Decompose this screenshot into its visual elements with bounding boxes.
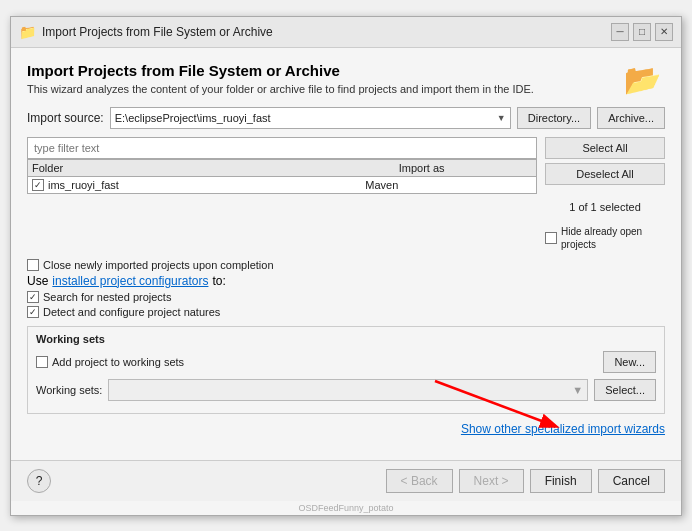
options-area: Close newly imported projects upon compl… [27,259,665,318]
table-header: Folder Import as [28,160,536,177]
show-link-area: Show other specialized import wizards [27,422,665,436]
back-button[interactable]: < Back [386,469,453,493]
import-as-column-header: Import as [399,162,532,174]
working-sets-combo[interactable]: ▼ [108,379,588,401]
close-on-completion-label[interactable]: Close newly imported projects upon compl… [27,259,274,271]
selection-status: 1 of 1 selected [545,201,665,213]
title-icon: 📁 [19,24,36,40]
add-to-working-sets-checkbox[interactable] [36,356,48,368]
search-nested-checkbox[interactable] [27,291,39,303]
working-sets-group: Working sets Add project to working sets… [27,326,665,414]
working-sets-combo-arrow: ▼ [572,384,583,396]
directory-button[interactable]: Directory... [517,107,591,129]
detect-natures-checkbox[interactable] [27,306,39,318]
close-on-completion-checkbox[interactable] [27,259,39,271]
show-wizards-link[interactable]: Show other specialized import wizards [461,422,665,436]
close-button[interactable]: ✕ [655,23,673,41]
combo-arrow-icon: ▼ [497,113,506,123]
watermark: OSDFeedFunny_potato [11,501,681,515]
working-sets-label: Working sets: [36,384,102,396]
search-nested-label[interactable]: Search for nested projects [27,291,171,303]
help-button[interactable]: ? [27,469,51,493]
table-row[interactable]: ims_ruoyi_fast Maven [28,177,536,193]
main-window: 📁 Import Projects from File System or Ar… [10,16,682,516]
configurators-link[interactable]: installed project configurators [52,274,208,288]
import-source-combo[interactable]: E:\eclipseProject\ims_ruoyi_fast ▼ [110,107,511,129]
select-working-set-button[interactable]: Select... [594,379,656,401]
next-button[interactable]: Next > [459,469,524,493]
add-to-working-sets-text: Add project to working sets [52,356,184,368]
minimize-button[interactable]: ─ [611,23,629,41]
configurators-row: Use installed project configurators to: [27,274,665,288]
import-source-value: E:\eclipseProject\ims_ruoyi_fast [115,112,271,124]
add-to-working-sets-row: Add project to working sets New... [36,351,656,373]
hide-open-projects-label[interactable]: Hide already open projects [545,225,665,251]
use-configurators-text: Use [27,274,48,288]
new-working-set-button[interactable]: New... [603,351,656,373]
page-title: Import Projects from File System or Arch… [27,62,665,79]
archive-button[interactable]: Archive... [597,107,665,129]
cancel-button[interactable]: Cancel [598,469,665,493]
working-sets-input-row: Working sets: ▼ Select... [36,379,656,401]
detect-natures-row: Detect and configure project natures [27,306,665,318]
title-bar: 📁 Import Projects from File System or Ar… [11,17,681,48]
close-on-completion-text: Close newly imported projects upon compl… [43,259,274,271]
hide-open-projects-checkbox[interactable] [545,232,557,244]
use-configurators-suffix: to: [212,274,225,288]
import-source-row: Import source: E:\eclipseProject\ims_ruo… [27,107,665,129]
import-as-cell: Maven [365,179,532,191]
folder-column-header: Folder [32,162,299,174]
right-panel: Select All Deselect All 1 of 1 selected … [545,137,665,251]
add-to-working-sets-label[interactable]: Add project to working sets [36,356,184,368]
detect-natures-text: Detect and configure project natures [43,306,220,318]
import-source-label: Import source: [27,111,104,125]
deselect-all-button[interactable]: Deselect All [545,163,665,185]
search-nested-text: Search for nested projects [43,291,171,303]
filter-area: Folder Import as ims_ruoyi_fast Maven [27,137,665,251]
hide-open-projects-text: Hide already open projects [561,225,665,251]
projects-table: Folder Import as ims_ruoyi_fast Maven [27,159,537,194]
select-all-button[interactable]: Select All [545,137,665,159]
finish-button[interactable]: Finish [530,469,592,493]
row-checkbox[interactable] [32,179,44,191]
page-description: This wizard analyzes the content of your… [27,83,665,95]
left-panel: Folder Import as ims_ruoyi_fast Maven [27,137,537,251]
search-nested-row: Search for nested projects [27,291,665,303]
dialog-content: Import Projects from File System or Arch… [11,48,681,460]
working-sets-title: Working sets [36,333,656,345]
folder-cell: ims_ruoyi_fast [32,179,365,191]
filter-input[interactable] [27,137,537,159]
maximize-button[interactable]: □ [633,23,651,41]
window-title: Import Projects from File System or Arch… [42,25,273,39]
close-on-completion-row: Close newly imported projects upon compl… [27,259,665,271]
folder-name: ims_ruoyi_fast [48,179,119,191]
detect-natures-label[interactable]: Detect and configure project natures [27,306,220,318]
folder-icon-large: 📂 [624,62,661,97]
footer: ? < Back Next > Finish Cancel [11,460,681,501]
